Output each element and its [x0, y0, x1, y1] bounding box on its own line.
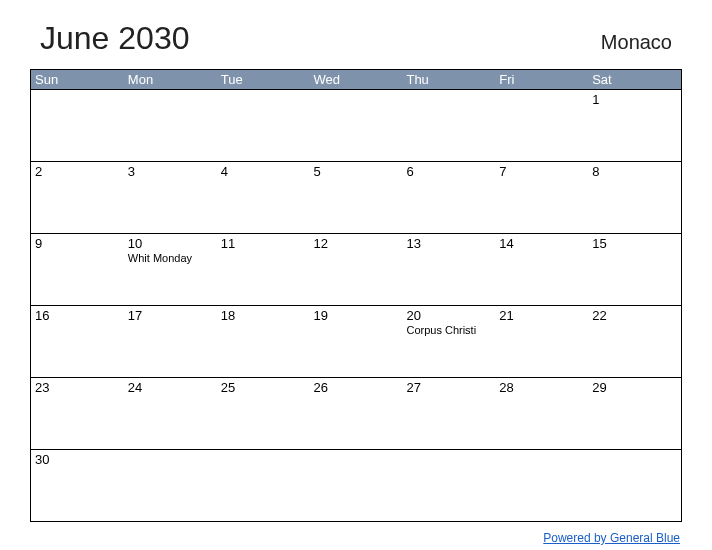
day-cell: 15: [588, 234, 681, 305]
day-cell: 9: [31, 234, 124, 305]
day-cell: 14: [495, 234, 588, 305]
day-cell: [495, 450, 588, 521]
weekday-label: Sat: [588, 70, 681, 89]
day-cell: 28: [495, 378, 588, 449]
day-number: 12: [314, 236, 399, 251]
day-number: 15: [592, 236, 677, 251]
day-number: 25: [221, 380, 306, 395]
day-cell: 10Whit Monday: [124, 234, 217, 305]
calendar-title: June 2030: [40, 20, 189, 57]
week-row: 9 10Whit Monday 11 12 13 14 15: [31, 233, 681, 305]
day-cell: [217, 450, 310, 521]
day-cell: [495, 90, 588, 161]
day-cell: [310, 450, 403, 521]
day-event: Corpus Christi: [406, 324, 491, 336]
day-number: 14: [499, 236, 584, 251]
day-number: 8: [592, 164, 677, 179]
weekday-label: Sun: [31, 70, 124, 89]
day-number: 28: [499, 380, 584, 395]
day-number: 3: [128, 164, 213, 179]
day-event: Whit Monday: [128, 252, 213, 264]
day-cell: 25: [217, 378, 310, 449]
day-cell: 18: [217, 306, 310, 377]
calendar-grid: Sun Mon Tue Wed Thu Fri Sat 1 2 3 4 5 6 …: [30, 69, 682, 522]
day-number: 2: [35, 164, 120, 179]
day-cell: 11: [217, 234, 310, 305]
day-cell: 20Corpus Christi: [402, 306, 495, 377]
day-number: 26: [314, 380, 399, 395]
weekday-label: Fri: [495, 70, 588, 89]
day-cell: 8: [588, 162, 681, 233]
day-number: 13: [406, 236, 491, 251]
day-cell: 7: [495, 162, 588, 233]
day-number: 30: [35, 452, 120, 467]
footer: Powered by General Blue: [30, 528, 682, 546]
day-cell: 5: [310, 162, 403, 233]
day-cell: [402, 90, 495, 161]
day-cell: [31, 90, 124, 161]
day-cell: 26: [310, 378, 403, 449]
day-cell: 30: [31, 450, 124, 521]
day-number: 24: [128, 380, 213, 395]
week-row: 16 17 18 19 20Corpus Christi 21 22: [31, 305, 681, 377]
weekday-label: Tue: [217, 70, 310, 89]
day-cell: 23: [31, 378, 124, 449]
day-number: 16: [35, 308, 120, 323]
day-cell: [588, 450, 681, 521]
day-number: 4: [221, 164, 306, 179]
day-number: 11: [221, 236, 306, 251]
week-row: 2 3 4 5 6 7 8: [31, 161, 681, 233]
week-row: 23 24 25 26 27 28 29: [31, 377, 681, 449]
day-cell: 4: [217, 162, 310, 233]
day-cell: 17: [124, 306, 217, 377]
day-cell: 22: [588, 306, 681, 377]
calendar-location: Monaco: [601, 31, 672, 54]
day-number: 23: [35, 380, 120, 395]
day-number: 27: [406, 380, 491, 395]
day-cell: 3: [124, 162, 217, 233]
day-number: 22: [592, 308, 677, 323]
day-cell: 16: [31, 306, 124, 377]
day-number: 21: [499, 308, 584, 323]
day-cell: [124, 90, 217, 161]
day-cell: 6: [402, 162, 495, 233]
powered-by-link[interactable]: Powered by General Blue: [543, 531, 680, 545]
day-cell: 13: [402, 234, 495, 305]
day-number: 20: [406, 308, 491, 323]
week-row: 1: [31, 89, 681, 161]
day-cell: 29: [588, 378, 681, 449]
day-cell: 12: [310, 234, 403, 305]
day-number: 6: [406, 164, 491, 179]
day-number: 19: [314, 308, 399, 323]
day-number: 1: [592, 92, 677, 107]
day-cell: [310, 90, 403, 161]
day-number: 29: [592, 380, 677, 395]
weekday-label: Mon: [124, 70, 217, 89]
day-number: 18: [221, 308, 306, 323]
day-cell: 1: [588, 90, 681, 161]
day-cell: 19: [310, 306, 403, 377]
day-number: 10: [128, 236, 213, 251]
day-cell: [124, 450, 217, 521]
day-number: 5: [314, 164, 399, 179]
weekday-label: Thu: [402, 70, 495, 89]
weekday-label: Wed: [310, 70, 403, 89]
week-row: 30: [31, 449, 681, 521]
day-cell: 21: [495, 306, 588, 377]
day-cell: [217, 90, 310, 161]
weekday-header-row: Sun Mon Tue Wed Thu Fri Sat: [31, 70, 681, 89]
day-number: 9: [35, 236, 120, 251]
day-cell: 2: [31, 162, 124, 233]
day-cell: 24: [124, 378, 217, 449]
day-cell: [402, 450, 495, 521]
calendar-header: June 2030 Monaco: [30, 20, 682, 57]
day-cell: 27: [402, 378, 495, 449]
day-number: 7: [499, 164, 584, 179]
day-number: 17: [128, 308, 213, 323]
